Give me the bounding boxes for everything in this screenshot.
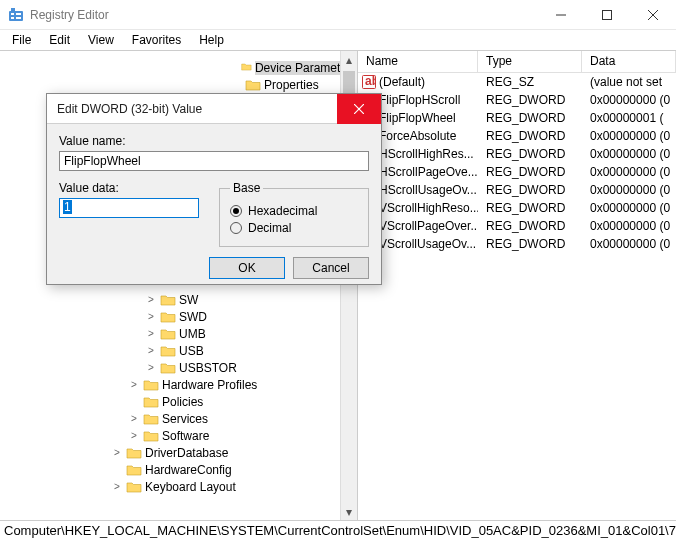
value-type: REG_DWORD <box>478 201 582 215</box>
close-button[interactable] <box>630 0 676 30</box>
list-header: Name Type Data <box>358 51 676 73</box>
menu-view[interactable]: View <box>80 31 122 49</box>
svg-rect-1 <box>11 8 15 12</box>
value-name: ForceAbsolute <box>379 129 456 143</box>
col-data[interactable]: Data <box>582 51 676 72</box>
svg-rect-0 <box>9 11 23 21</box>
value-data-input[interactable]: 1 <box>59 198 199 218</box>
value-name: (Default) <box>379 75 425 89</box>
expander-icon[interactable]: > <box>145 294 157 305</box>
scroll-down-icon[interactable]: ▾ <box>341 503 357 520</box>
folder-icon <box>160 310 176 324</box>
expander-icon[interactable]: > <box>145 345 157 356</box>
scroll-up-icon[interactable]: ▴ <box>341 51 357 68</box>
tree-item[interactable]: Properties <box>0 76 357 93</box>
value-name-label: Value name: <box>59 134 369 148</box>
value-data: 0x00000000 (0 <box>582 201 676 215</box>
tree-item[interactable]: HardwareConfig <box>0 461 357 478</box>
tree-item[interactable]: >Keyboard Layout <box>0 478 357 495</box>
maximize-button[interactable] <box>584 0 630 30</box>
string-value-icon: ab <box>362 75 376 89</box>
folder-icon <box>143 378 159 392</box>
folder-icon <box>160 344 176 358</box>
col-name[interactable]: Name <box>358 51 478 72</box>
tree-item[interactable]: >Software <box>0 427 357 444</box>
svg-rect-4 <box>11 17 14 19</box>
list-row[interactable]: 011110VScrollUsageOv...REG_DWORD0x000000… <box>358 235 676 253</box>
dialog-close-button[interactable] <box>337 94 381 124</box>
expander-icon[interactable]: > <box>128 430 140 441</box>
titlebar: Registry Editor <box>0 0 676 30</box>
tree-item[interactable]: Policies <box>0 393 357 410</box>
list-row[interactable]: 011110FlipFlopWheelREG_DWORD0x00000001 ( <box>358 109 676 127</box>
value-data: 0x00000000 (0 <box>582 237 676 251</box>
tree-item-label: Software <box>162 429 209 443</box>
base-label: Base <box>230 181 263 195</box>
cancel-button[interactable]: Cancel <box>293 257 369 279</box>
col-type[interactable]: Type <box>478 51 582 72</box>
value-type: REG_DWORD <box>478 147 582 161</box>
value-data: 0x00000000 (0 <box>582 147 676 161</box>
list-row[interactable]: 011110HScrollHighRes...REG_DWORD0x000000… <box>358 145 676 163</box>
radio-bullet-icon <box>230 222 242 234</box>
value-data: (value not set <box>582 75 676 89</box>
expander-icon[interactable]: > <box>128 413 140 424</box>
radio-hex-label: Hexadecimal <box>248 204 317 218</box>
ok-button[interactable]: OK <box>209 257 285 279</box>
tree-item-label: Services <box>162 412 208 426</box>
dialog-titlebar[interactable]: Edit DWORD (32-bit) Value <box>47 94 381 124</box>
menu-edit[interactable]: Edit <box>41 31 78 49</box>
tree-item[interactable]: >USBSTOR <box>0 359 357 376</box>
folder-icon <box>126 480 142 494</box>
value-data: 0x00000000 (0 <box>582 129 676 143</box>
tree-item[interactable]: Device Parameters <box>0 59 357 76</box>
tree-item[interactable]: >UMB <box>0 325 357 342</box>
expander-icon[interactable]: > <box>128 379 140 390</box>
menu-file[interactable]: File <box>4 31 39 49</box>
list-row[interactable]: 011110HScrollUsageOv...REG_DWORD0x000000… <box>358 181 676 199</box>
tree-item-label: DriverDatabase <box>145 446 228 460</box>
svg-rect-3 <box>16 13 21 15</box>
minimize-button[interactable] <box>538 0 584 30</box>
expander-icon[interactable]: > <box>111 481 123 492</box>
list-row[interactable]: 011110FlipFlopHScrollREG_DWORD0x00000000… <box>358 91 676 109</box>
value-data: 0x00000000 (0 <box>582 219 676 233</box>
tree-item[interactable]: >Hardware Profiles <box>0 376 357 393</box>
value-type: REG_DWORD <box>478 219 582 233</box>
window-title: Registry Editor <box>30 8 538 22</box>
radio-decimal[interactable]: Decimal <box>230 221 358 235</box>
value-data: 0x00000001 ( <box>582 111 676 125</box>
list-row[interactable]: 011110VScrollHighReso...REG_DWORD0x00000… <box>358 199 676 217</box>
tree-item[interactable]: >SWD <box>0 308 357 325</box>
value-type: REG_DWORD <box>478 93 582 107</box>
radio-hexadecimal[interactable]: Hexadecimal <box>230 204 358 218</box>
list-row[interactable]: ab(Default)REG_SZ(value not set <box>358 73 676 91</box>
dialog-title: Edit DWORD (32-bit) Value <box>57 102 337 116</box>
value-name: VScrollPageOver... <box>379 219 478 233</box>
expander-icon[interactable]: > <box>145 328 157 339</box>
svg-text:ab: ab <box>365 75 376 88</box>
tree-item[interactable]: >Services <box>0 410 357 427</box>
folder-icon <box>160 293 176 307</box>
menu-favorites[interactable]: Favorites <box>124 31 189 49</box>
value-name: VScrollHighReso... <box>379 201 478 215</box>
menu-help[interactable]: Help <box>191 31 232 49</box>
tree-item-label: UMB <box>179 327 206 341</box>
menubar: File Edit View Favorites Help <box>0 30 676 50</box>
list-row[interactable]: 011110VScrollPageOver...REG_DWORD0x00000… <box>358 217 676 235</box>
value-name: HScrollUsageOv... <box>379 183 477 197</box>
expander-icon[interactable]: > <box>145 362 157 373</box>
tree-item-label: Policies <box>162 395 203 409</box>
tree-item[interactable]: >USB <box>0 342 357 359</box>
radio-bullet-icon <box>230 205 242 217</box>
expander-icon[interactable]: > <box>145 311 157 322</box>
expander-icon[interactable]: > <box>111 447 123 458</box>
tree-item[interactable]: >SW <box>0 291 357 308</box>
svg-rect-5 <box>16 17 21 19</box>
tree-item[interactable]: >DriverDatabase <box>0 444 357 461</box>
list-row[interactable]: 011110HScrollPageOve...REG_DWORD0x000000… <box>358 163 676 181</box>
list-pane[interactable]: Name Type Data ab(Default)REG_SZ(value n… <box>358 51 676 520</box>
list-row[interactable]: 011110ForceAbsoluteREG_DWORD0x00000000 (… <box>358 127 676 145</box>
value-type: REG_SZ <box>478 75 582 89</box>
value-name-input[interactable] <box>59 151 369 171</box>
